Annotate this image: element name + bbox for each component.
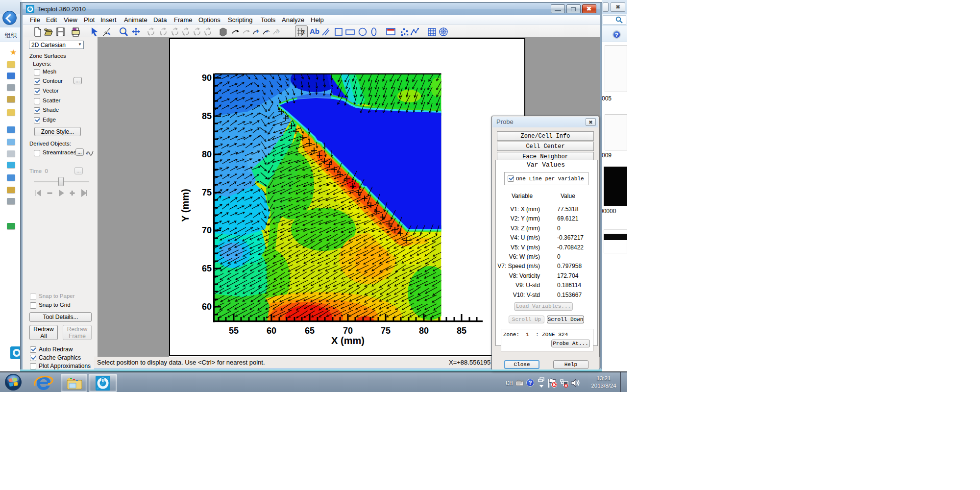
svg-text:55: 55 bbox=[229, 326, 239, 336]
svg-text:3: 3 bbox=[276, 28, 279, 34]
svg-text:60: 60 bbox=[202, 302, 212, 312]
svg-text:?: ? bbox=[301, 29, 305, 36]
svg-text:80: 80 bbox=[202, 149, 212, 159]
svg-text:65: 65 bbox=[305, 326, 315, 336]
svg-text:90: 90 bbox=[202, 73, 212, 83]
svg-text:85: 85 bbox=[202, 111, 212, 121]
svg-text:70: 70 bbox=[202, 225, 212, 235]
svg-text:80: 80 bbox=[419, 326, 429, 336]
svg-text:+: + bbox=[255, 27, 259, 35]
svg-text:75: 75 bbox=[381, 326, 391, 336]
svg-text:-: - bbox=[266, 27, 268, 35]
svg-text:70: 70 bbox=[343, 326, 353, 336]
svg-text:75: 75 bbox=[202, 188, 212, 197]
svg-text:65: 65 bbox=[202, 264, 212, 273]
svg-text:85: 85 bbox=[457, 326, 466, 336]
svg-text:X (mm): X (mm) bbox=[331, 335, 365, 346]
svg-text:Y (mm): Y (mm) bbox=[180, 189, 191, 221]
svg-text:60: 60 bbox=[267, 326, 276, 336]
